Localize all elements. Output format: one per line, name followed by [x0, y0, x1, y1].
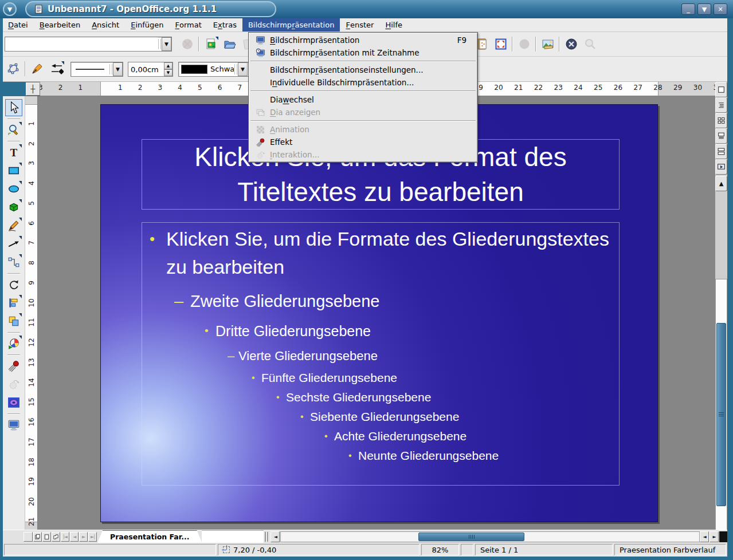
menu-ansicht[interactable]: Ansicht [86, 18, 125, 31]
close-icon[interactable]: ✕ [714, 3, 727, 15]
zoom-icon[interactable] [5, 121, 22, 139]
url-combobox[interactable]: ▼ [5, 37, 172, 52]
menu-item-diawechsel[interactable]: Diawechsel [249, 93, 477, 106]
url-dropdown-icon[interactable]: ▼ [162, 37, 171, 51]
handout-view-icon[interactable] [715, 144, 727, 159]
line-width-spinner[interactable]: ▲ ▼ [128, 62, 173, 77]
page-mode-icon[interactable] [33, 532, 42, 542]
curve-icon[interactable] [5, 217, 22, 234]
menu-item-interaktion-[interactable]: Interaktion... [249, 148, 477, 161]
slide-outline-textbox[interactable]: •Klicken Sie, um die Formate des Glieder… [142, 222, 620, 486]
outline-level-4[interactable]: –Vierte Gliederungsebene [142, 348, 619, 365]
line-arrow-icon[interactable] [5, 235, 22, 253]
url-input[interactable] [5, 37, 158, 51]
outline-level-2[interactable]: –Zweite Gliederungsebene [142, 290, 619, 313]
line-width-input[interactable] [128, 62, 164, 76]
start-show-icon[interactable] [715, 159, 727, 175]
last-slide-icon[interactable]: ►| [88, 532, 97, 542]
outline-level-1[interactable]: •Klicken Sie, um die Formate des Glieder… [142, 225, 619, 281]
line-style-dropdown-icon[interactable]: ▼ [113, 62, 123, 76]
status-zoom-cell[interactable]: 82% [421, 544, 459, 555]
ellipse-icon[interactable] [5, 180, 22, 198]
menu-item-bildschirmpraesentation[interactable]: BildschirmpräsentationF9 [249, 34, 477, 46]
controller3d-icon[interactable] [5, 394, 22, 411]
menu-item-animation[interactable]: Animation [249, 123, 477, 136]
menu-bearbeiten[interactable]: Bearbeiten [34, 18, 86, 31]
menu-item-effekt[interactable]: Effekt [249, 136, 477, 148]
pen-icon[interactable] [29, 61, 45, 77]
vertical-scrollbar-thumb[interactable] [716, 323, 726, 506]
menu-einfuegen[interactable]: Einfügen [125, 18, 169, 31]
notes-view-icon[interactable] [715, 128, 727, 144]
menu-item-bildschirmpraesentationseinstellungen-[interactable]: Bildschirmpräsentationseinstellungen... [249, 64, 477, 76]
vertical-ruler[interactable]: 123456789101112131415161718192021 [25, 96, 38, 530]
window-menu-icon[interactable]: ▼ [3, 2, 17, 16]
outline-level-9[interactable]: •Neunte Gliederungsebene [142, 448, 619, 464]
zoom-page-icon[interactable] [493, 36, 509, 52]
menu-item-dia-anzeigen[interactable]: Dia anzeigen [249, 106, 477, 119]
horizontal-scrollbar-thumb[interactable] [418, 533, 524, 541]
connector-icon[interactable] [5, 254, 22, 271]
alignment-icon[interactable] [5, 294, 22, 311]
slides-view-icon[interactable] [715, 113, 727, 128]
insert-icon[interactable] [5, 335, 22, 352]
scroll-up-icon[interactable]: ▲ [715, 176, 727, 191]
horizontal-scrollbar-track[interactable] [280, 531, 700, 542]
rectangle-icon[interactable] [5, 162, 22, 179]
arrow-style-icon[interactable] [49, 61, 65, 77]
next-slide-icon[interactable]: ► [79, 532, 88, 542]
horizontal-splitter[interactable] [265, 532, 269, 542]
layer-mode-icon[interactable] [52, 532, 60, 542]
new-document-icon[interactable] [203, 36, 219, 52]
menu-hilfe[interactable]: Hilfe [379, 18, 408, 31]
outline-level-3[interactable]: •Dritte Gliederungsebene [142, 321, 619, 341]
line-style-combobox[interactable]: ▼ [70, 62, 123, 77]
menu-datei[interactable]: Datei [2, 18, 34, 31]
spin-down-icon[interactable]: ▼ [164, 69, 173, 76]
maximize-icon[interactable]: ▼ [697, 3, 711, 15]
line-color-combobox[interactable]: Schwarz ▼ [178, 62, 253, 77]
menu-format[interactable]: Format [170, 18, 207, 31]
menu-bildschirmpraesentation[interactable]: Bildschirmpräsentation [242, 18, 340, 31]
edit-points-icon[interactable] [5, 61, 21, 77]
status-position-cell[interactable]: 7,20 / -0,40 [218, 544, 420, 555]
splitter-handle[interactable] [23, 532, 33, 542]
menu-item-individuelle-bildschirmpraesentation-[interactable]: Individuelle Bildschirmpräsentation... [249, 76, 477, 89]
outline-level-7[interactable]: •Siebente Gliederungsebene [142, 409, 619, 425]
slide[interactable]: Klicken Sie, um das Format des Titeltext… [100, 104, 658, 522]
window-resize-corner[interactable] [719, 531, 727, 542]
outline-level-5[interactable]: •Fünfte Gliederungsebene [142, 370, 619, 386]
slide-tab[interactable]: Praesentation Far... [97, 530, 202, 543]
first-slide-icon[interactable]: |◄ [61, 532, 69, 542]
minimize-icon[interactable]: _ [681, 3, 695, 15]
menu-fenster[interactable]: Fenster [340, 18, 379, 31]
outline-view-icon[interactable] [715, 97, 727, 113]
object3d-icon[interactable] [5, 199, 22, 216]
outline-level-8[interactable]: •Achte Gliederungsebene [142, 428, 619, 444]
text-icon[interactable]: T [5, 144, 22, 161]
menu-item-bildschirmpraesentation-mit-zeitnahme[interactable]: Bildschirmpräsentation mit Zeitnahme [249, 46, 477, 59]
menu-extras[interactable]: Extras [207, 18, 242, 31]
ruler-origin-button[interactable]: ┼ [26, 82, 40, 96]
line-color-dropdown-icon[interactable]: ▼ [238, 62, 248, 76]
scroll-left-icon[interactable]: ◄ [271, 531, 280, 542]
master-mode-icon[interactable] [42, 532, 51, 542]
rotate-icon[interactable] [5, 276, 22, 293]
effect-comet-icon[interactable] [5, 357, 22, 374]
gallery-icon[interactable] [540, 36, 556, 52]
scroll-left-icon[interactable]: ◄ [700, 531, 709, 542]
drawing-view-icon[interactable] [715, 82, 727, 97]
navigator-icon[interactable] [563, 36, 579, 52]
presentation-monitor-icon[interactable] [5, 416, 22, 433]
status-page-cell[interactable]: Seite 1 / 1 [475, 544, 613, 555]
titlebar[interactable]: ▼ Unbenannt7 - OpenOffice.org 1.1.1 _ ▼ … [0, 0, 733, 18]
outline-level-6[interactable]: •Sechste Gliederungsebene [142, 389, 619, 405]
select-arrow-icon[interactable] [5, 99, 22, 116]
previous-slide-icon[interactable]: ◄ [70, 532, 79, 542]
status-template-cell[interactable]: Praesentation Farbverlauf [614, 544, 726, 555]
vertical-scrollbar-track[interactable] [715, 279, 727, 560]
open-icon[interactable] [222, 36, 238, 52]
scroll-right-icon[interactable]: ► [710, 531, 719, 542]
spin-up-icon[interactable]: ▲ [164, 62, 173, 69]
arrange-icon[interactable] [5, 313, 22, 330]
